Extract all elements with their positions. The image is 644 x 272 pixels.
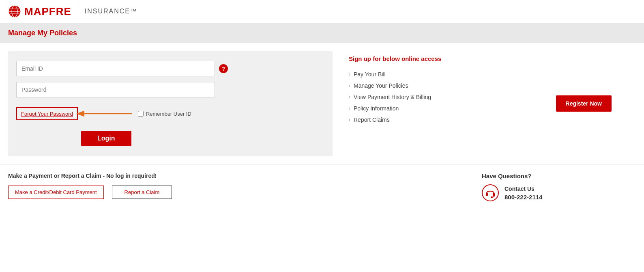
- mapfre-globe-icon: [8, 5, 21, 18]
- annotation-arrow: [81, 105, 134, 123]
- list-item: › Pay Your Bill: [349, 69, 636, 80]
- payment-section: Make a Payment or Report a Claim - No lo…: [8, 173, 466, 201]
- remember-checkbox[interactable]: [138, 111, 144, 117]
- make-payment-button[interactable]: Make a Credit/Debit Card Payment: [8, 186, 104, 199]
- questions-section: Have Questions? Contact Us 800-222-2114: [482, 173, 636, 201]
- contact-info: Contact Us 800-222-2114: [504, 186, 542, 201]
- login-panel: ? Forgot Your Password: [8, 51, 333, 156]
- logo-mapfre-text: MAPFRE: [24, 5, 71, 18]
- list-item: › Report Claims: [349, 114, 636, 125]
- help-icon[interactable]: ?: [219, 64, 228, 73]
- svg-rect-7: [486, 193, 488, 196]
- email-input[interactable]: [16, 61, 215, 76]
- password-row: [16, 82, 324, 97]
- page-title: Manage My Policies: [8, 29, 636, 37]
- chevron-icon: ›: [349, 83, 350, 89]
- list-item: › Manage Your Policies: [349, 80, 636, 91]
- contact-us-label: Contact Us: [504, 186, 542, 192]
- forgot-password-box: Forgot Your Password: [16, 107, 78, 120]
- questions-title: Have Questions?: [482, 173, 636, 179]
- remember-label: Remember User ID: [146, 111, 191, 117]
- payment-title: Make a Payment or Report a Claim - No lo…: [8, 173, 466, 179]
- bottom-section: Make a Payment or Report a Claim - No lo…: [0, 164, 644, 209]
- chevron-icon: ›: [349, 117, 350, 123]
- login-button[interactable]: Login: [81, 131, 131, 146]
- payment-buttons: Make a Credit/Debit Card Payment Report …: [8, 186, 466, 199]
- logo: MAPFRE INSURANCE™: [8, 5, 137, 18]
- logo-insurance-text: INSURANCE™: [85, 8, 137, 15]
- register-now-button[interactable]: Register Now: [556, 95, 612, 112]
- email-row: ?: [16, 61, 324, 76]
- chevron-icon: ›: [349, 106, 350, 111]
- phone-number: 800-222-2114: [504, 194, 542, 201]
- page-title-bar: Manage My Policies: [0, 23, 644, 43]
- remember-row: Remember User ID: [138, 111, 191, 117]
- right-panel: Sign up for below online access › Pay Yo…: [349, 51, 636, 156]
- logo-divider: [78, 6, 78, 17]
- report-claim-button[interactable]: Report a Claim: [112, 186, 172, 199]
- chevron-icon: ›: [349, 94, 350, 100]
- chevron-icon: ›: [349, 71, 350, 77]
- password-input[interactable]: [16, 82, 215, 97]
- signup-title: Sign up for below online access: [349, 55, 636, 62]
- contact-row: Contact Us 800-222-2114: [482, 184, 636, 201]
- main-content: ? Forgot Your Password: [0, 43, 644, 164]
- svg-rect-9: [491, 196, 493, 198]
- forgot-password-link[interactable]: Forgot Your Password: [21, 111, 73, 117]
- headset-icon: [482, 184, 499, 201]
- svg-point-6: [482, 185, 498, 201]
- site-header: MAPFRE INSURANCE™: [0, 0, 644, 23]
